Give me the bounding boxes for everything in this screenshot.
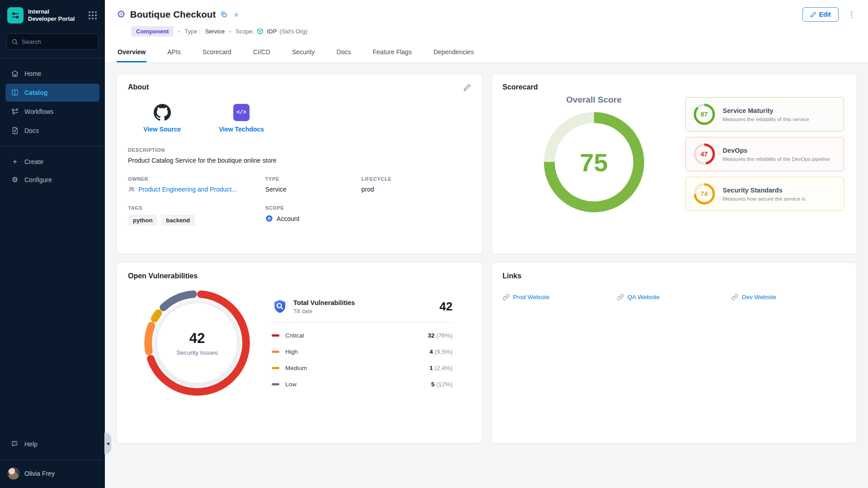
cube-icon	[256, 28, 264, 35]
scope-field-label: SCOPE	[265, 205, 472, 211]
critical-dash-icon	[272, 334, 279, 337]
scope-org: (Sid's Org)	[279, 28, 307, 35]
techdocs-icon: </>	[233, 104, 250, 121]
severity-row-low: Low 5 (12%)	[272, 381, 453, 388]
overall-score-value: 75	[543, 111, 645, 213]
severity-row-critical: Critical 32 (76%)	[272, 332, 453, 339]
account-scope-icon	[265, 215, 273, 222]
pencil-icon	[810, 12, 816, 18]
sidebar-item-workflows[interactable]: Workflows	[5, 103, 99, 121]
sidebar-item-catalog[interactable]: Catalog	[5, 84, 99, 102]
tab-docs[interactable]: Docs	[335, 42, 352, 62]
link-icon	[617, 294, 624, 300]
page-title: Boutique Checkout	[130, 9, 216, 20]
overall-score-donut: 75	[543, 111, 645, 213]
severity-row-medium: Medium 1 (2.4%)	[272, 365, 453, 371]
tab-cicd[interactable]: CI/CD	[252, 42, 271, 62]
sidebar-item-create[interactable]: + Create	[5, 153, 99, 170]
tag-chip[interactable]: python	[128, 215, 157, 226]
component-gear-icon: ⚙	[117, 9, 126, 19]
link-prod-website[interactable]: Prod Website	[503, 294, 617, 300]
catalog-icon	[11, 89, 19, 97]
svg-text:?: ?	[14, 441, 15, 445]
link-icon	[503, 294, 509, 300]
workflows-icon	[11, 108, 19, 116]
scope-label: Scope:	[236, 28, 254, 35]
sidebar-collapse-handle[interactable]: ◀	[104, 433, 111, 454]
apps-grid-icon[interactable]	[87, 9, 99, 21]
description-value: Product Catalog Service for the boutique…	[128, 157, 472, 164]
tab-dependencies[interactable]: Dependencies	[433, 42, 475, 62]
score-ring: 87	[693, 103, 716, 126]
copy-icon[interactable]	[220, 11, 227, 18]
more-options-icon[interactable]: ⋮	[846, 10, 857, 19]
shield-scan-icon	[272, 299, 288, 315]
favorite-star-icon[interactable]: ★	[233, 10, 239, 19]
scope-name: IDP	[267, 28, 277, 35]
security-issues-label: Security Issues	[176, 349, 218, 356]
app-logo-icon	[7, 7, 24, 23]
search-input[interactable]	[22, 38, 94, 45]
sidebar-divider	[0, 58, 105, 58]
gear-icon: ⚙	[11, 176, 19, 183]
group-icon	[128, 186, 135, 193]
link-icon	[731, 294, 738, 300]
tab-apis[interactable]: APIs	[166, 42, 182, 62]
type-field-label: TYPE	[265, 176, 362, 182]
score-ring: 74	[693, 183, 716, 205]
app-title: Internal Developer Portal	[28, 8, 87, 23]
type-label: Type :	[184, 28, 200, 35]
lifecycle-value: prod	[361, 186, 471, 193]
main-area: ⚙ Boutique Checkout ★ Edit ⋮ Component	[105, 0, 868, 488]
tab-overview[interactable]: Overview	[117, 42, 146, 62]
component-badge[interactable]: Component	[131, 26, 174, 37]
edit-button[interactable]: Edit	[802, 7, 839, 22]
about-title: About	[128, 83, 149, 91]
description-label: DESCRIPTION	[128, 147, 472, 153]
security-issues-count: 42	[189, 330, 205, 347]
view-techdocs-link[interactable]: </> View Techdocs	[219, 104, 264, 133]
type-value: Service	[205, 28, 225, 35]
overall-score-label: Overall Score	[566, 95, 622, 105]
user-menu[interactable]: Olivia Frey	[0, 462, 105, 488]
sidebar-search[interactable]	[6, 33, 99, 50]
github-icon	[154, 104, 171, 121]
sidebar-footer-nav: ? Help	[0, 431, 105, 458]
medium-dash-icon	[272, 367, 279, 369]
tag-chip[interactable]: backend	[161, 215, 195, 226]
tags-label: TAGS	[128, 205, 265, 211]
page-header: ⚙ Boutique Checkout ★ Edit ⋮ Component	[105, 0, 868, 42]
sidebar-item-docs[interactable]: Docs	[5, 122, 99, 140]
sidebar-actions: + Create ⚙ Configure	[0, 148, 105, 193]
help-icon: ?	[11, 440, 19, 448]
avatar	[7, 467, 20, 480]
sidebar: Internal Developer Portal Home Catalog	[0, 0, 105, 488]
link-dev-website[interactable]: Dev Website	[731, 294, 846, 300]
vulnerabilities-donut: 42 Security Issues	[141, 286, 254, 399]
user-name: Olivia Frey	[24, 470, 55, 477]
link-qa-website[interactable]: QA Website	[617, 294, 731, 300]
sidebar-item-home[interactable]: Home	[5, 65, 99, 83]
search-icon	[11, 38, 18, 45]
sidebar-item-configure[interactable]: ⚙ Configure	[5, 171, 99, 188]
sidebar-nav: Home Catalog Workflows Docs	[0, 60, 105, 144]
sidebar-item-help[interactable]: ? Help	[5, 435, 99, 453]
sidebar-header: Internal Developer Portal	[0, 0, 105, 30]
tab-feature-flags[interactable]: Feature Flags	[372, 42, 412, 62]
sidebar-divider	[0, 460, 105, 460]
view-source-link[interactable]: View Source	[143, 104, 181, 133]
scorecard-item-service-maturity[interactable]: 87 Service Maturity Measures the reliabi…	[685, 97, 844, 131]
scorecard-item-security-standards[interactable]: 74 Security Standards Measures how secur…	[685, 177, 844, 211]
tab-security[interactable]: Security	[291, 42, 316, 62]
scorecard-item-devops[interactable]: 47 DevOps Measures the reliability of th…	[685, 137, 844, 171]
scorecard-title: Scorecard	[503, 83, 846, 91]
total-vulnerabilities-subtitle: Till date	[293, 308, 355, 314]
score-ring: 47	[693, 143, 716, 165]
tab-scorecard[interactable]: Scorecard	[202, 42, 232, 62]
type-field-value: Service	[265, 186, 362, 193]
severity-row-high: High 4 (9.5%)	[272, 348, 453, 355]
owner-link[interactable]: Product Engineering and Product...	[128, 186, 265, 193]
total-vulnerabilities-title: Total Vulnerabilities	[293, 299, 355, 306]
tab-bar: Overview APIs Scorecard CI/CD Security D…	[105, 42, 868, 63]
edit-about-icon[interactable]	[462, 83, 472, 92]
